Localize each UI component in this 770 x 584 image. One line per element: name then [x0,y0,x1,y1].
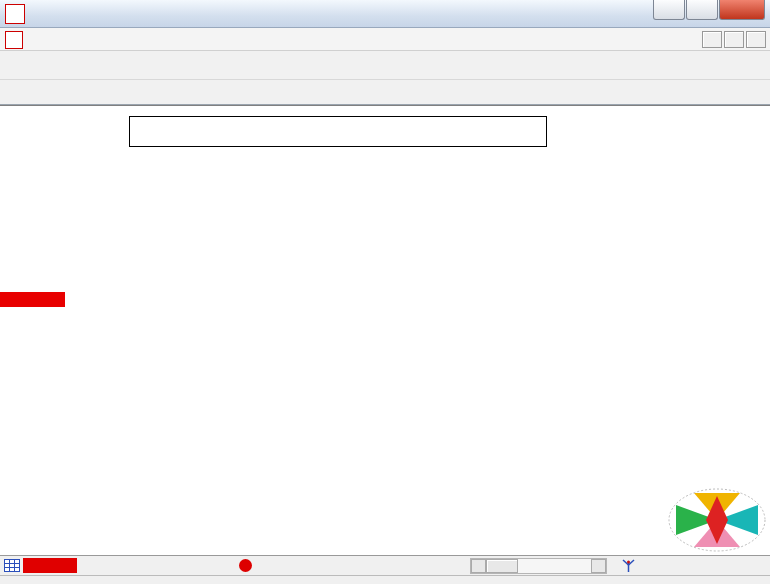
index-name-badge[interactable] [23,558,77,573]
chart-area [0,105,770,555]
scrollbar-thumb[interactable] [486,559,518,573]
chart-canvas[interactable] [0,106,770,555]
channel-info-box [129,116,547,147]
app-logo-icon [5,4,25,24]
status-bar [0,555,770,575]
signal-icon [622,559,635,572]
close-button[interactable] [719,0,765,20]
mdi-close-button[interactable] [746,31,766,48]
mdi-restore-button[interactable] [724,31,744,48]
mdi-minimize-button[interactable] [702,31,722,48]
current-price-badge [0,292,65,307]
title-bar [0,0,770,28]
application-window [0,0,770,584]
shenzhen-badge-icon[interactable] [239,559,252,572]
toolbar-draw [0,80,770,105]
scroll-left-button[interactable] [471,559,486,573]
menu-bar [0,28,770,51]
scroll-right-button[interactable] [591,559,606,573]
quote-table-icon[interactable] [4,559,20,572]
maximize-button[interactable] [686,0,718,20]
gann360-logo [666,487,768,554]
chart-scrollbar[interactable] [470,558,607,574]
info-bar [0,575,770,584]
app-logo-small-icon [5,31,23,49]
minimize-button[interactable] [653,0,685,20]
toolbar-main [0,51,770,80]
